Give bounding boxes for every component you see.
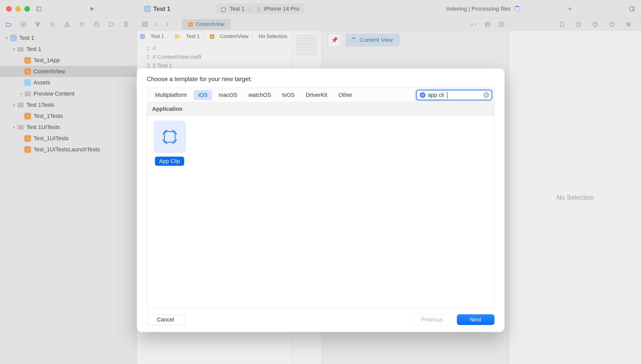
previous-button[interactable]: Previous [412, 314, 452, 325]
sheet-button-row: Cancel Previous Next [147, 314, 494, 325]
template-results: App Clip [147, 116, 494, 308]
next-label: Next [470, 316, 481, 323]
clear-search-icon[interactable]: ✕ [483, 92, 489, 98]
svg-rect-41 [164, 132, 175, 142]
cancel-label: Cancel [157, 316, 174, 323]
search-value: app cli [428, 92, 444, 98]
previous-label: Previous [421, 316, 443, 323]
platform-tab-ios[interactable]: iOS [194, 90, 212, 100]
template-search-field[interactable]: ⊜ app cli ✕ [416, 90, 492, 100]
new-target-sheet: Choose a template for your new target: M… [137, 68, 505, 332]
section-label: Application [152, 106, 183, 112]
template-section-header: Application [147, 102, 494, 116]
platform-tab-tvos[interactable]: tvOS [278, 90, 299, 100]
platform-tab-driverkit[interactable]: DriverKit [301, 90, 332, 100]
text-cursor [447, 92, 447, 98]
template-filter-bar: MultiplatformiOSmacOSwatchOStvOSDriverKi… [147, 88, 494, 102]
platform-tab-multiplatform[interactable]: Multiplatform [151, 90, 192, 100]
filter-icon: ⊜ [420, 92, 425, 98]
next-button[interactable]: Next [457, 314, 494, 325]
platform-tab-macos[interactable]: macOS [214, 90, 242, 100]
platform-tab-watchos[interactable]: watchOS [244, 90, 275, 100]
sheet-title: Choose a template for your new target: [147, 76, 494, 83]
app-clip-icon [153, 121, 186, 153]
modal-overlay: Choose a template for your new target: M… [0, 0, 641, 364]
platform-tab-other[interactable]: Other [334, 90, 357, 100]
template-item[interactable]: App Clip [153, 121, 186, 303]
cancel-button[interactable]: Cancel [147, 314, 184, 325]
platform-tabs: MultiplatformiOSmacOSwatchOStvOSDriverKi… [151, 90, 357, 100]
template-label: App Clip [155, 157, 184, 166]
